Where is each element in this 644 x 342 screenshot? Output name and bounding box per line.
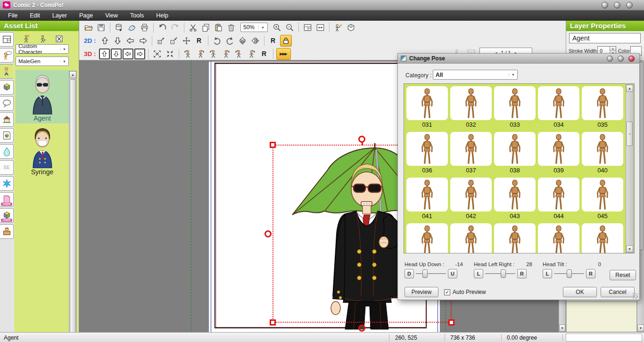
move-up-3d-button[interactable] <box>99 49 110 59</box>
pose-grid-scrollbar[interactable]: ▲ ≡ ▼ <box>626 84 634 253</box>
pose-item[interactable]: 038 <box>494 132 536 173</box>
pose-item[interactable]: 039 <box>538 132 579 173</box>
head-tilt-slider-thumb[interactable] <box>567 269 572 278</box>
move-left-2d-button[interactable] <box>124 35 136 47</box>
scale-up-3d-button[interactable] <box>151 48 163 60</box>
pose-item[interactable]: 036 <box>406 132 448 173</box>
menu-edit[interactable]: Edit <box>24 11 46 20</box>
resize-grip[interactable] <box>633 293 638 299</box>
print-button[interactable] <box>139 22 150 33</box>
cut-button[interactable] <box>187 22 199 33</box>
head-left-right-slider-thumb[interactable] <box>501 269 506 278</box>
copy-button[interactable] <box>200 22 212 33</box>
menu-file[interactable]: File <box>2 11 24 20</box>
menu-help[interactable]: Help <box>150 11 174 20</box>
scroll-down-icon[interactable]: ▼ <box>637 325 644 332</box>
paste-button[interactable] <box>213 22 224 33</box>
auto-preview-checkbox[interactable]: ✓ <box>444 289 450 295</box>
tab-sound-effects[interactable]: SE <box>0 160 14 175</box>
menu-layer[interactable]: Layer <box>46 11 73 20</box>
pose-item[interactable]: 045 <box>582 178 623 219</box>
pose-item[interactable]: 037 <box>450 132 492 173</box>
free-move-button[interactable] <box>181 35 192 47</box>
pose-item[interactable]: 040 <box>582 132 623 173</box>
rotate-body-cw-button[interactable] <box>195 48 206 60</box>
menu-tools[interactable]: Tools <box>124 11 150 20</box>
selection-handle-bottom-left[interactable] <box>270 319 276 326</box>
rotate-cw-button[interactable] <box>224 35 236 47</box>
pose-item[interactable]: 032 <box>450 86 492 128</box>
pose-item[interactable]: 034 <box>538 86 579 128</box>
asset-list-scrollbar[interactable]: ▲ ▼ <box>69 71 77 342</box>
category-select[interactable]: All ▼ <box>433 70 518 80</box>
scroll-up-icon[interactable]: ▲ <box>69 71 76 78</box>
pose-item[interactable]: 043 <box>494 178 536 219</box>
flip-vertical-button[interactable] <box>237 35 248 47</box>
tab-backgrounds[interactable] <box>0 112 14 127</box>
lock-button[interactable] <box>280 35 292 47</box>
scrollbar-thumb[interactable] <box>70 79 76 334</box>
ok-button[interactable]: OK <box>563 287 597 297</box>
pose-item[interactable] <box>582 223 623 253</box>
open-button[interactable] <box>83 22 94 33</box>
tab-characters[interactable] <box>0 64 14 79</box>
rotation-handle-top[interactable] <box>358 136 365 143</box>
move-down-3d-button[interactable] <box>111 49 122 59</box>
quick-action-button[interactable]: ▶▶▶ <box>276 48 291 60</box>
zoom-in-button[interactable] <box>271 22 283 33</box>
tab-user-3d[interactable]: USER <box>0 208 14 223</box>
tab-user-images[interactable]: USER <box>0 192 14 207</box>
flip-horizontal-button[interactable] <box>249 35 261 47</box>
pose-item[interactable]: 033 <box>494 86 536 128</box>
move-right-2d-button[interactable] <box>137 35 149 47</box>
dialog-minimize-button[interactable] <box>607 56 613 62</box>
head-left-right-decrease-button[interactable]: L <box>474 269 483 278</box>
tab-character-speech[interactable] <box>0 48 14 63</box>
pose-item[interactable] <box>406 223 448 253</box>
menu-view[interactable]: View <box>99 11 124 20</box>
pose-item[interactable]: 042 <box>450 178 492 219</box>
tab-3d-items[interactable] <box>0 80 14 95</box>
lean-body-left-button[interactable] <box>233 48 245 60</box>
fit-width-button[interactable] <box>314 22 326 33</box>
asset-category-select[interactable]: Custom Character ▼ <box>16 44 69 54</box>
tab-balloons[interactable] <box>0 96 14 111</box>
turn-body-left-button[interactable] <box>207 48 219 60</box>
move-left-3d-button[interactable] <box>123 49 133 59</box>
pose-item[interactable]: 044 <box>538 178 579 219</box>
rotation-handle-bottom[interactable] <box>358 325 365 332</box>
head-left-right-increase-button[interactable]: R <box>517 269 527 278</box>
pose-item[interactable]: 041 <box>406 178 448 219</box>
head-left-right-slider[interactable] <box>485 269 515 278</box>
turn-body-right-button[interactable] <box>220 48 232 60</box>
reset-3d-button[interactable]: R <box>258 48 270 60</box>
shrink-2d-button[interactable] <box>168 35 180 47</box>
head-up-down-slider[interactable] <box>416 269 446 278</box>
head-tilt-increase-button[interactable]: R <box>586 269 595 278</box>
tab-effects[interactable] <box>0 144 14 159</box>
enlarge-2d-button[interactable] <box>155 35 167 47</box>
head-up-down-increase-button[interactable]: U <box>448 269 457 278</box>
zoom-out-button[interactable] <box>284 22 296 33</box>
preview-button[interactable]: Preview <box>405 287 438 297</box>
tab-items[interactable] <box>0 128 14 143</box>
scale-down-3d-button[interactable] <box>164 48 176 60</box>
asset-item-agent[interactable]: Agent <box>16 70 69 123</box>
pose-item[interactable] <box>538 223 579 253</box>
tab-page-layout[interactable] <box>0 32 14 47</box>
rotate-body-ccw-button[interactable] <box>182 48 194 60</box>
pose-item[interactable]: 031 <box>406 86 448 128</box>
reset-position-button[interactable]: R <box>267 35 279 47</box>
scrollbar-thumb[interactable]: ≡ <box>627 122 633 146</box>
move-down-2d-button[interactable] <box>112 35 124 47</box>
pose-item[interactable]: 035 <box>582 86 623 128</box>
move-right-3d-button[interactable] <box>134 49 145 59</box>
export-button[interactable] <box>113 22 125 33</box>
dialog-title-bar[interactable]: Change Pose <box>398 54 639 64</box>
pose-tool-button[interactable] <box>332 22 344 33</box>
move-up-2d-button[interactable] <box>99 35 111 47</box>
scroll-down-icon[interactable]: ▼ <box>626 245 633 252</box>
reset-button[interactable]: Reset <box>610 270 636 280</box>
selection-handle-top-left[interactable] <box>270 142 276 148</box>
pose-item[interactable] <box>494 223 536 253</box>
